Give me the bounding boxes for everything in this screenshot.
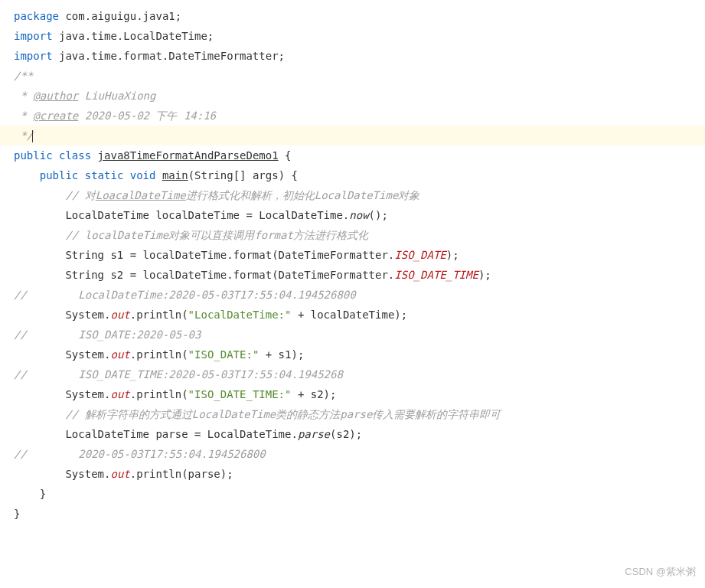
code-line: LocalDateTime parse = LocalDateTime.pars… (0, 424, 705, 444)
code-line: * @author LiuHuaXiong (0, 86, 705, 106)
code-line: import java.time.format.DateTimeFormatte… (0, 46, 705, 66)
code-line: public static void main(String[] args) { (0, 165, 705, 185)
code-line: } (0, 484, 705, 504)
code-line: String s1 = localDateTime.format(DateTim… (0, 245, 705, 265)
code-line: // ISO_DATE:2020-05-03 (0, 325, 705, 345)
code-line: } (0, 504, 705, 524)
code-line: package com.aiguigu.java1; (0, 6, 705, 26)
code-line: System.out.println("LocalDateTime:" + lo… (0, 305, 705, 325)
code-line: System.out.println(parse); (0, 464, 705, 484)
code-line: // 对LoacalDateTime进行格式化和解析，初始化LocalDateT… (0, 185, 705, 205)
code-line: // ISO_DATE_TIME:2020-05-03T17:55:04.194… (0, 364, 705, 384)
code-line: LocalDateTime localDateTime = LocalDateT… (0, 205, 705, 225)
code-line-caret[interactable]: */ (0, 126, 705, 145)
code-line: System.out.println("ISO_DATE_TIME:" + s2… (0, 384, 705, 404)
code-line: System.out.println("ISO_DATE:" + s1); (0, 345, 705, 364)
code-line: // 解析字符串的方式通过LocalDateTime类的静态方法parse传入需… (0, 404, 705, 424)
code-line: // localDateTime对象可以直接调用format方法进行格式化 (0, 225, 705, 245)
code-line: // LocalDateTime:2020-05-03T17:55:04.194… (0, 285, 705, 305)
code-line: * @create 2020-05-02 下午 14:16 (0, 106, 705, 126)
code-line: /** (0, 66, 705, 86)
code-line: // 2020-05-03T17:55:04.194526800 (0, 444, 705, 464)
code-line: String s2 = localDateTime.format(DateTim… (0, 265, 705, 285)
caret-icon (32, 130, 33, 142)
code-line: public class java8TimeFormatAndParseDemo… (0, 145, 705, 165)
code-editor: package com.aiguigu.java1; import java.t… (0, 6, 705, 524)
watermark: CSDN @紫米粥 (625, 562, 696, 582)
code-line: import java.time.LocalDateTime; (0, 26, 705, 46)
